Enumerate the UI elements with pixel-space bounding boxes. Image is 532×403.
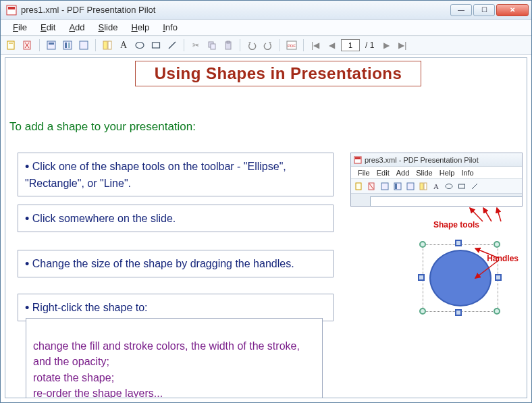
slide-title: Using Shapes in Presentations — [155, 64, 402, 83]
menu-edit[interactable]: Edit — [35, 21, 61, 34]
svg-rect-14 — [108, 41, 111, 49]
shape-tools-arrows — [446, 205, 520, 225]
svg-rect-10 — [65, 43, 67, 48]
line-tool-icon[interactable] — [165, 38, 179, 52]
page-number-input[interactable]: 1 — [341, 39, 360, 51]
emb-text-tool-icon[interactable]: A — [431, 181, 442, 192]
window-title: pres1.xml - PDF Presentation Pilot — [21, 5, 450, 15]
bullet-icon: • — [25, 212, 29, 225]
maximize-button[interactable]: ☐ — [473, 4, 495, 16]
embedded-toolbar: A — [351, 179, 522, 194]
delete-slide-icon[interactable] — [21, 38, 34, 52]
menu-info[interactable]: Info — [157, 21, 183, 34]
emb-menu-file[interactable]: File — [355, 169, 373, 177]
svg-rect-34 — [424, 183, 427, 190]
app-window: pres1.xml - PDF Presentation Pilot — ☐ ✕… — [0, 0, 532, 403]
menu-file[interactable]: File — [7, 21, 32, 34]
svg-line-17 — [169, 42, 176, 49]
slide-title-box[interactable]: Using Shapes in Presentations — [135, 61, 421, 86]
prev-slide-icon[interactable]: ◀ — [325, 38, 338, 52]
layout3-icon[interactable] — [77, 38, 90, 52]
toolbar: A ✂ PDF |◀ ◀ 1 / 1 ▶ ▶| — [1, 36, 531, 55]
slide-canvas[interactable]: Using Shapes in Presentations To add a s… — [5, 57, 527, 398]
svg-rect-16 — [153, 43, 160, 48]
rectangle-tool-icon[interactable] — [149, 38, 163, 52]
handle-bottom[interactable] — [455, 309, 462, 316]
export-pdf-icon[interactable]: PDF — [285, 38, 298, 52]
emb-menu-add[interactable]: Add — [394, 169, 413, 177]
first-slide-icon[interactable]: |◀ — [309, 38, 322, 52]
ellipse-tool-icon[interactable] — [133, 38, 147, 52]
sub-box[interactable]: change the fill and stroke colors, the w… — [26, 318, 323, 398]
emb-delete-slide-icon[interactable] — [367, 181, 377, 192]
svg-point-15 — [136, 43, 144, 49]
embedded-canvas-edge — [351, 194, 522, 206]
separator — [39, 39, 40, 51]
emb-layout2-icon[interactable] — [392, 181, 403, 192]
handle-rotate-tl[interactable] — [419, 241, 426, 248]
undo-icon[interactable] — [245, 38, 259, 52]
last-slide-icon[interactable]: ▶| — [396, 38, 409, 52]
emb-menu-slide[interactable]: Slide — [413, 169, 435, 177]
copy-icon[interactable] — [205, 38, 219, 52]
close-button[interactable]: ✕ — [496, 4, 529, 16]
svg-rect-2 — [7, 41, 14, 49]
svg-rect-21 — [227, 41, 230, 43]
svg-rect-1 — [8, 7, 15, 9]
svg-rect-33 — [420, 183, 423, 190]
emb-rectangle-tool-icon[interactable] — [456, 181, 467, 192]
svg-line-42 — [475, 261, 498, 278]
emb-menu-edit[interactable]: Edit — [374, 169, 392, 177]
menu-help[interactable]: Help — [126, 21, 155, 34]
separator — [184, 39, 184, 51]
handle-top[interactable] — [455, 240, 462, 246]
embedded-app-icon — [354, 156, 362, 164]
svg-rect-26 — [356, 183, 361, 190]
emb-menu-help[interactable]: Help — [437, 169, 458, 177]
cut-icon[interactable]: ✂ — [189, 38, 203, 52]
svg-rect-8 — [49, 43, 54, 45]
handle-rotate-bl[interactable] — [419, 308, 426, 315]
page-total-label: / 1 — [363, 41, 377, 50]
emb-layout3-icon[interactable] — [405, 181, 416, 192]
bullet-box-1[interactable]: • Click one of the shape tools on the to… — [18, 153, 334, 196]
menu-add[interactable]: Add — [63, 21, 90, 34]
bullet-icon: • — [25, 160, 29, 173]
svg-line-39 — [483, 208, 491, 221]
text-tool-icon[interactable]: A — [117, 38, 130, 52]
new-slide-icon[interactable] — [5, 38, 18, 52]
embedded-menubar: File Edit Add Slide Help Info — [351, 167, 522, 179]
menu-slide[interactable]: Slide — [93, 21, 124, 34]
bullet-box-3[interactable]: • Change the size of the shape by draggi… — [18, 250, 334, 277]
layout1-icon[interactable] — [45, 38, 58, 52]
menubar: File Edit Add Slide Help Info — [1, 20, 531, 36]
bullet-icon: • — [25, 257, 29, 271]
emb-menu-info[interactable]: Info — [458, 169, 476, 177]
app-icon — [6, 5, 17, 16]
bullet-box-4[interactable]: • Right-click the shape to: — [18, 294, 334, 321]
svg-line-38 — [470, 208, 483, 221]
paste-icon[interactable] — [221, 38, 235, 52]
emb-ellipse-tool-icon[interactable] — [444, 181, 454, 192]
bullet-box-2[interactable]: • Click somewhere on the slide. — [18, 205, 334, 232]
emb-line-tool-icon[interactable] — [469, 181, 480, 192]
handle-rotate-br[interactable] — [494, 308, 500, 315]
minimize-button[interactable]: — — [450, 4, 472, 16]
redo-icon[interactable] — [261, 38, 275, 52]
embedded-titlebar: pres3.xml - PDF Presentation Pilot — [351, 153, 522, 167]
separator — [95, 39, 96, 51]
separator — [303, 39, 304, 51]
bullet-text-3: Change the size of the shape by dragging… — [32, 258, 294, 269]
emb-layout-icon[interactable] — [379, 181, 390, 192]
svg-rect-29 — [381, 183, 388, 190]
layout2-icon[interactable] — [61, 38, 74, 52]
next-slide-icon[interactable]: ▶ — [379, 38, 393, 52]
emb-template-icon[interactable] — [418, 181, 429, 192]
window-controls: — ☐ ✕ — [450, 4, 529, 16]
svg-rect-9 — [63, 41, 72, 49]
template-icon[interactable] — [101, 38, 114, 52]
handle-left[interactable] — [418, 274, 425, 281]
emb-new-slide-icon[interactable] — [354, 181, 365, 192]
svg-rect-7 — [47, 41, 55, 49]
svg-rect-31 — [395, 184, 397, 189]
